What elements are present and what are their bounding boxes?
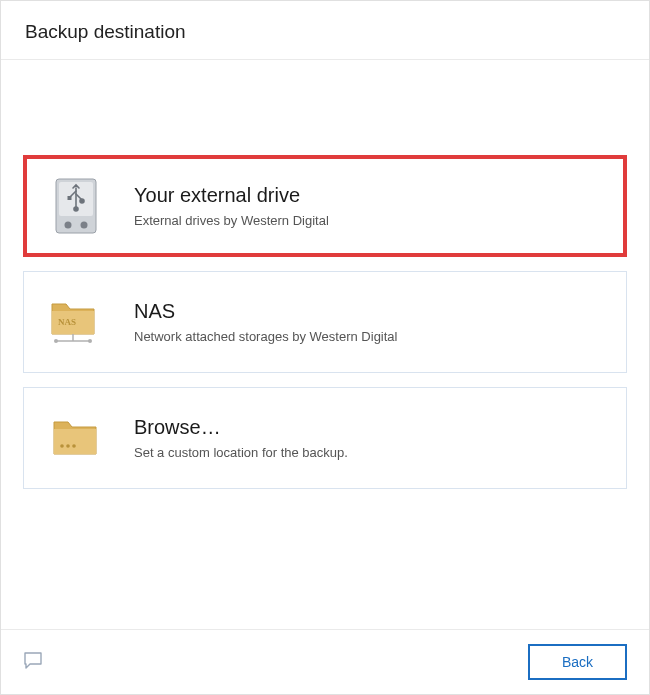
option-text: Your external drive External drives by W… [134, 184, 602, 228]
nas-folder-icon: NAS [48, 294, 104, 350]
svg-rect-14 [54, 429, 96, 454]
svg-point-7 [81, 222, 88, 229]
browse-folder-icon [48, 410, 104, 466]
footer: Back [1, 629, 649, 694]
page-title: Backup destination [25, 21, 625, 43]
option-title: NAS [134, 300, 602, 323]
back-button[interactable]: Back [528, 644, 627, 680]
svg-text:NAS: NAS [58, 317, 76, 327]
svg-rect-4 [68, 196, 72, 200]
option-subtitle: Set a custom location for the backup. [134, 445, 602, 460]
svg-point-16 [66, 444, 70, 448]
option-nas[interactable]: NAS NAS Network attached storages by Wes… [23, 271, 627, 373]
option-text: Browse… Set a custom location for the ba… [134, 416, 602, 460]
external-drive-icon [48, 178, 104, 234]
svg-point-3 [74, 207, 78, 211]
svg-point-15 [60, 444, 64, 448]
chat-icon[interactable] [23, 651, 43, 673]
option-external-drive[interactable]: Your external drive External drives by W… [23, 155, 627, 257]
svg-point-5 [80, 199, 84, 203]
svg-point-13 [88, 339, 92, 343]
main-content: Your external drive External drives by W… [1, 60, 649, 629]
option-text: NAS Network attached storages by Western… [134, 300, 602, 344]
option-title: Your external drive [134, 184, 602, 207]
svg-point-17 [72, 444, 76, 448]
option-subtitle: Network attached storages by Western Dig… [134, 329, 602, 344]
option-title: Browse… [134, 416, 602, 439]
option-subtitle: External drives by Western Digital [134, 213, 602, 228]
svg-point-6 [65, 222, 72, 229]
header: Backup destination [1, 1, 649, 60]
option-browse[interactable]: Browse… Set a custom location for the ba… [23, 387, 627, 489]
svg-point-12 [54, 339, 58, 343]
